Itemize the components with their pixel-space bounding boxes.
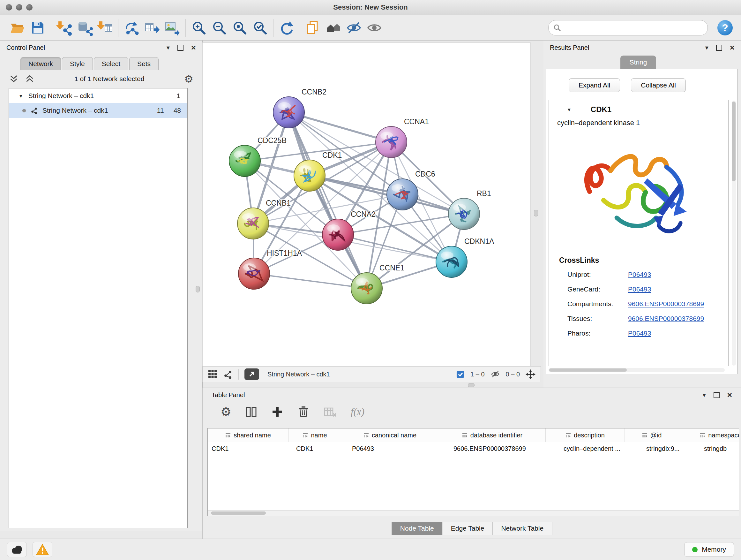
float-panel-icon[interactable]: ▾ [705, 44, 709, 51]
network-node[interactable] [294, 160, 325, 191]
splitter-handle[interactable] [468, 383, 475, 387]
network-node[interactable] [322, 219, 354, 250]
hide-selected-button[interactable] [344, 17, 364, 38]
results-hscrollbar[interactable] [549, 368, 725, 372]
table-cell[interactable]: CDK1 [292, 445, 348, 452]
splitter-handle[interactable] [534, 210, 538, 216]
network-canvas[interactable]: CCNB2CCNA1CDC25BCDK1CDC6RB1CCNB1CCNA2CDK… [202, 43, 531, 367]
network-node[interactable] [351, 273, 382, 304]
tab-select[interactable]: Select [94, 57, 128, 70]
tab-node-table[interactable]: Node Table [392, 522, 443, 535]
network-node[interactable] [448, 198, 480, 230]
crosslink-link[interactable]: P06493 [628, 271, 651, 278]
network-node[interactable] [387, 179, 418, 210]
column-header[interactable]: namespace [679, 428, 739, 442]
tab-style[interactable]: Style [62, 57, 93, 70]
pan-move-icon[interactable] [526, 369, 536, 379]
network-options-gear-icon[interactable]: ⚙ [184, 74, 193, 84]
zoom-selected-button[interactable] [250, 17, 270, 38]
birdseye-grid-icon[interactable] [208, 369, 217, 379]
float-panel-icon[interactable]: ▾ [166, 44, 170, 51]
table-hscrollbar[interactable] [208, 510, 739, 516]
duplicate-network-button[interactable] [303, 17, 323, 38]
network-edge[interactable] [289, 112, 391, 142]
warnings-button[interactable] [32, 542, 52, 557]
import-network-file-button[interactable] [54, 17, 74, 38]
show-all-button[interactable] [364, 17, 385, 38]
column-header[interactable]: shared name [208, 428, 289, 442]
crosslink-link[interactable]: 9606.ENSP00000378699 [628, 315, 704, 322]
help-button[interactable]: ? [716, 19, 734, 37]
network-row-selected[interactable]: String Network – cdk1 11 48 [9, 103, 187, 118]
network-node[interactable] [229, 145, 260, 177]
crosslink-link[interactable]: P06493 [628, 329, 651, 337]
zoom-out-button[interactable] [209, 17, 229, 38]
cloud-status-button[interactable] [7, 542, 27, 557]
tab-sets[interactable]: Sets [129, 57, 158, 70]
results-scrollbar[interactable] [732, 101, 736, 366]
function-builder-button[interactable]: f(x) [351, 406, 364, 418]
maximize-panel-icon[interactable] [178, 45, 184, 51]
column-header[interactable]: description [546, 428, 625, 442]
table-cell[interactable]: stringdb [700, 445, 739, 452]
splitter-handle[interactable] [196, 286, 200, 293]
zoom-fit-button[interactable] [229, 17, 250, 38]
open-in-new-window-button[interactable] [245, 368, 259, 380]
tab-string[interactable]: String [620, 56, 656, 69]
export-table-button[interactable] [142, 17, 162, 38]
float-panel-icon[interactable]: ▾ [703, 392, 706, 398]
save-session-button[interactable] [27, 17, 48, 38]
selected-checkbox-icon[interactable] [456, 370, 465, 379]
network-node[interactable] [239, 258, 270, 289]
hidden-eye-slash-icon[interactable] [490, 369, 500, 379]
search-input[interactable] [564, 23, 703, 32]
table-cell[interactable]: stringdb:9... [643, 445, 700, 452]
home-button[interactable] [323, 17, 344, 38]
add-column-icon[interactable] [271, 406, 284, 418]
gene-disclosure-icon[interactable]: ▼ [567, 107, 571, 112]
import-network-database-button[interactable] [74, 17, 95, 38]
disclosure-triangle-icon[interactable]: ▼ [18, 93, 23, 99]
memory-button[interactable]: Memory [684, 542, 734, 557]
network-node[interactable] [436, 246, 467, 277]
column-header[interactable]: canonical name [341, 428, 439, 442]
network-node[interactable] [376, 126, 407, 158]
table-options-gear-icon[interactable]: ⚙ [220, 406, 231, 418]
export-image-button[interactable] [162, 17, 183, 38]
network-edge[interactable] [254, 273, 367, 288]
collapse-all-button[interactable]: Collapse All [631, 78, 686, 92]
expand-all-icon[interactable] [25, 74, 35, 84]
close-panel-icon[interactable]: × [730, 44, 735, 52]
maximize-panel-icon[interactable] [716, 45, 722, 51]
network-node[interactable] [273, 97, 305, 128]
column-header[interactable]: @id [625, 428, 679, 442]
open-session-button[interactable] [7, 17, 27, 38]
show-columns-icon[interactable] [245, 406, 258, 418]
expand-all-button[interactable]: Expand All [569, 78, 620, 92]
table-cell[interactable]: cyclin–dependent ... [560, 445, 643, 452]
table-cell[interactable]: CDK1 [208, 445, 292, 452]
zoom-in-button[interactable] [189, 17, 209, 38]
apply-layout-button[interactable] [276, 17, 297, 38]
tab-edge-table[interactable]: Edge Table [443, 522, 493, 535]
tab-network[interactable]: Network [20, 57, 61, 70]
table-cell[interactable]: 9606.ENSP00000378699 [450, 445, 560, 452]
crosslink-link[interactable]: P06493 [628, 286, 651, 293]
tab-network-table[interactable]: Network Table [493, 522, 552, 535]
close-panel-icon[interactable]: × [727, 391, 732, 399]
table-cell[interactable]: P06493 [348, 445, 450, 452]
network-edge[interactable] [289, 112, 367, 288]
table-row[interactable]: CDK1CDK1P064939606.ENSP00000378699cyclin… [208, 442, 739, 455]
import-table-button[interactable] [95, 17, 115, 38]
column-header[interactable]: name [289, 428, 341, 442]
close-panel-icon[interactable]: × [191, 44, 196, 52]
maximize-panel-icon[interactable] [714, 392, 720, 398]
share-network-icon[interactable] [223, 369, 232, 379]
new-network-button[interactable] [121, 17, 142, 38]
network-node[interactable] [238, 208, 269, 239]
search-field[interactable] [548, 20, 708, 36]
collapse-all-icon[interactable] [9, 74, 18, 84]
crosslink-link[interactable]: 9606.ENSP00000378699 [628, 300, 704, 308]
network-graph[interactable]: CCNB2CCNA1CDC25BCDK1CDC6RB1CCNB1CCNA2CDK… [203, 43, 530, 367]
column-header[interactable]: database identifier [439, 428, 546, 442]
